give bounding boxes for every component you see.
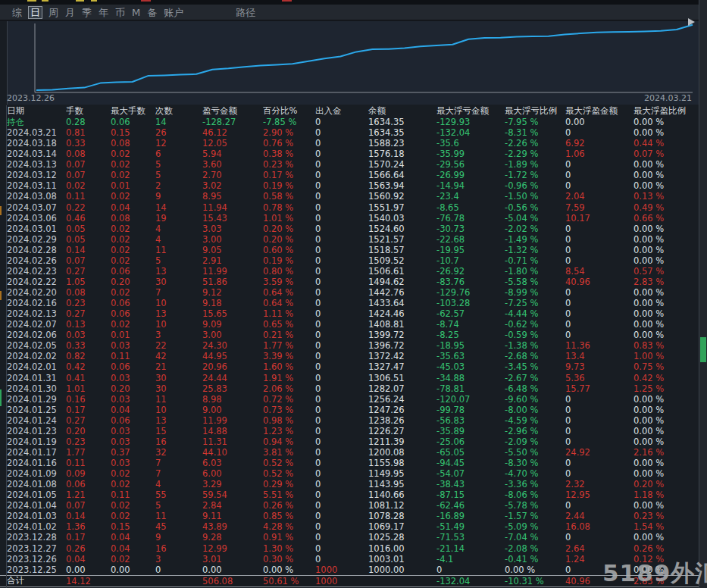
menu-item-zhanghu[interactable]: 账户 <box>164 7 183 18</box>
table-row-2024.01.24[interactable]: 2024.01.240.270.061311.990.98 %01238.26-… <box>0 415 699 426</box>
menu-item-ji[interactable]: 季 <box>82 7 92 18</box>
column-header-balance[interactable]: 余额 <box>368 105 436 117</box>
menu-item-zong[interactable]: 综 <box>12 7 22 18</box>
table-row-2024.01.17[interactable]: 2024.01.171.770.373244.103.81 %01200.08-… <box>0 447 699 458</box>
table-row-2024.03.07[interactable]: 2024.03.070.220.041411.940.78 %01551.97-… <box>0 202 699 213</box>
table-row-2024.01.31[interactable]: 2024.01.310.410.033024.441.91 %01306.51-… <box>0 373 699 383</box>
cell-lots: 0.28 <box>66 117 111 127</box>
table-row-2023.12.25[interactable]: 2023.12.250.000.0000.000.00 %10001000.00… <box>0 565 699 575</box>
column-header-mfl[interactable]: 最大浮亏金额 <box>436 105 505 117</box>
column-header-max_lots[interactable]: 最大手数 <box>111 105 155 117</box>
scrollbar-track[interactable] <box>699 0 707 588</box>
table-row-2024.03.06[interactable]: 2024.03.060.460.081915.431.01 %01540.03-… <box>0 213 699 224</box>
column-header-mfp_pct[interactable]: 最大浮盈比例 <box>633 105 699 117</box>
cell-max_lots: 0.11 <box>111 351 155 361</box>
table-row-2024.03.08[interactable]: 2024.03.080.110.0298.950.58 %01560.92-23… <box>0 191 699 202</box>
cell-max_lots: 0.03 <box>111 394 155 405</box>
cell-date: 2024.01.02 <box>7 521 66 532</box>
table-row-2024.03.13[interactable]: 2024.03.130.070.0253.600.23 %01570.24-29… <box>0 159 699 170</box>
table-row-2024.01.25[interactable]: 2024.01.250.170.04109.000.73 %01247.26-9… <box>0 405 699 415</box>
table-row-2024.03.11[interactable]: 2024.03.110.020.0123.020.19 %01563.94-14… <box>0 180 699 191</box>
cell-mfl_pct: -5.50 % <box>505 447 565 458</box>
table-row-2024.01.16[interactable]: 2024.01.160.110.0376.030.52 %01155.98-94… <box>0 458 699 468</box>
menubar: 综日周月季年币M备账户路径 <box>0 5 699 20</box>
cell-mfl_pct: -2.67 % <box>505 373 565 383</box>
table-row-2023.12.26[interactable]: 2023.12.260.040.0233.010.30 %01003.01-4.… <box>0 554 699 565</box>
table-row-2024.03.12[interactable]: 2024.03.120.070.0252.700.17 %01566.64-26… <box>0 170 699 180</box>
table-row-position[interactable]: 持仓0.280.0614-128.27-7.85 %01634.35-129.9… <box>0 117 699 127</box>
cell-pnl: 15.43 <box>202 213 263 224</box>
table-row-2024.01.30[interactable]: 2024.01.301.010.203025.832.06 %01282.07-… <box>0 383 699 394</box>
cell-pct: 50.61 % <box>263 576 315 586</box>
column-header-lots[interactable]: 手数 <box>66 105 111 117</box>
table-row-2024.01.03[interactable]: 2024.01.030.140.02119.110.85 %01078.28-1… <box>0 511 699 521</box>
table-row-2024.02.23[interactable]: 2024.02.230.270.061311.990.80 %01506.61-… <box>0 266 699 277</box>
menu-item-ri[interactable]: 日 <box>29 7 42 18</box>
menu-item-yue[interactable]: 月 <box>65 7 75 18</box>
cell-mfp: 1.06 <box>565 149 633 159</box>
cell-balance: 1140.66 <box>368 489 436 500</box>
column-header-pnl[interactable]: 盈亏金额 <box>202 105 263 117</box>
cell-pnl: 9.11 <box>202 511 263 521</box>
table-row-2024.03.14[interactable]: 2024.03.140.080.0265.940.38 %01576.18-35… <box>0 149 699 159</box>
table-row-2024.01.08[interactable]: 2024.01.080.060.0243.290.29 %01143.95-38… <box>0 479 699 489</box>
cell-mfl_pct: -3.36 % <box>505 479 565 489</box>
cell-mfp: 6.92 <box>565 138 633 149</box>
table-row-2024.02.22[interactable]: 2024.02.221.050.203051.863.59 %01494.62-… <box>0 277 699 287</box>
menu-item-lujing[interactable]: 路径 <box>236 7 255 18</box>
cell-date: 2024.01.16 <box>7 458 66 468</box>
table-row-2024.01.29[interactable]: 2024.01.290.160.03118.980.72 %01256.24-1… <box>0 394 699 405</box>
table-row-2024.03.18[interactable]: 2024.03.180.330.081212.050.76 %01588.23-… <box>0 138 699 149</box>
cell-pct: 0.72 % <box>263 394 315 405</box>
cell-pct: 0.94 % <box>263 436 315 447</box>
column-header-count[interactable]: 次数 <box>155 105 202 117</box>
menu-item-m[interactable]: M <box>132 7 140 18</box>
cell-cash: 0 <box>315 436 368 447</box>
table-row-2024.02.06[interactable]: 2024.02.060.030.0133.000.21 %01399.72-8.… <box>0 330 699 340</box>
site-watermark: 5189外汇网 <box>602 558 707 588</box>
cell-mfp_pct: 0.00 % <box>633 330 699 340</box>
cell-lots: 0.81 <box>66 127 111 138</box>
table-row-2024.02.02[interactable]: 2024.02.020.820.114244.953.39 %01372.42-… <box>0 351 699 361</box>
scrollbar-thumb[interactable] <box>700 337 706 362</box>
menu-item-nian[interactable]: 年 <box>99 7 108 18</box>
column-header-mfp[interactable]: 最大浮盈金额 <box>565 105 633 117</box>
menu-item-zhou[interactable]: 周 <box>48 7 58 18</box>
table-row-2024.01.04[interactable]: 2024.01.040.070.0252.840.26 %01081.12-62… <box>0 500 699 511</box>
table-row-2024.02.20[interactable]: 2024.02.200.080.0279.120.64 %01442.76-12… <box>0 287 699 298</box>
table-row-2024.02.13[interactable]: 2024.02.130.270.061315.651.11 %01424.46-… <box>0 308 699 319</box>
table-row-2024.01.02[interactable]: 2024.01.021.360.154543.894.28 %01069.17-… <box>0 521 699 532</box>
table-row-2024.01.09[interactable]: 2024.01.090.090.0276.000.52 %01149.95-54… <box>0 468 699 479</box>
cell-mfp: 0 <box>565 500 633 511</box>
table-row-2024.01.05[interactable]: 2024.01.051.210.115559.545.51 %01140.66-… <box>0 489 699 500</box>
cell-lots: 0.33 <box>66 340 111 351</box>
column-header-pct[interactable]: 百分比% <box>263 105 315 117</box>
column-header-mfl_pct[interactable]: 最大浮亏比例 <box>505 105 565 117</box>
table-row-2024.02.16[interactable]: 2024.02.160.230.06109.180.64 %01433.64-1… <box>0 298 699 308</box>
cell-mfp_pct: 0.07 % <box>633 149 699 159</box>
cell-count: 3 <box>155 554 202 565</box>
table-row-2024.02.07[interactable]: 2024.02.070.130.02109.090.65 %01408.81-8… <box>0 319 699 330</box>
cell-count: 22 <box>155 340 202 351</box>
equity-curve-chart[interactable]: 2023.12.26 2024.03.21 <box>7 21 699 105</box>
menu-item-bi[interactable]: 币 <box>115 7 125 18</box>
table-row-2023.12.27[interactable]: 2023.12.270.260.041612.991.30 %01016.00-… <box>0 543 699 554</box>
table-row-2024.02.01[interactable]: 2024.02.010.420.062120.961.60 %01327.47-… <box>0 361 699 372</box>
table-row-2024.03.01[interactable]: 2024.03.010.050.0243.030.20 %01524.60-30… <box>0 224 699 234</box>
table-row-2024.03.21[interactable]: 2024.03.210.810.152646.122.90 %01634.35-… <box>0 127 699 138</box>
cell-date: 2024.01.09 <box>7 468 66 479</box>
column-header-cash[interactable]: 出入金 <box>315 105 368 117</box>
chart-end-date-label: 2024.03.21 <box>644 93 692 103</box>
cell-cash: 0 <box>315 351 368 361</box>
table-row-2024.02.29[interactable]: 2024.02.290.050.0243.000.20 %01521.57-22… <box>0 234 699 245</box>
table-row-2024.02.28[interactable]: 2024.02.280.140.02119.050.60 %01518.57-1… <box>0 245 699 255</box>
menu-item-bei[interactable]: 备 <box>147 7 157 18</box>
table-row-2023.12.28[interactable]: 2023.12.280.170.0499.280.91 %01025.28-71… <box>0 532 699 543</box>
column-header-date[interactable]: 日期 <box>7 105 66 117</box>
table-row-total[interactable]: 合计14.12506.0850.61 %1000-132.04-10.31 %4… <box>0 575 699 587</box>
table-row-2024.01.19[interactable]: 2024.01.190.230.031611.310.94 %01211.39-… <box>0 436 699 447</box>
table-row-2024.01.23[interactable]: 2024.01.230.200.031514.881.23 %01226.27-… <box>0 426 699 436</box>
table-row-2024.02.05[interactable]: 2024.02.050.330.032224.301.77 %01396.72-… <box>0 340 699 351</box>
table-row-2024.02.26[interactable]: 2024.02.260.070.0252.910.19 %01509.52-10… <box>0 255 699 266</box>
equity-curve-svg <box>8 21 699 105</box>
